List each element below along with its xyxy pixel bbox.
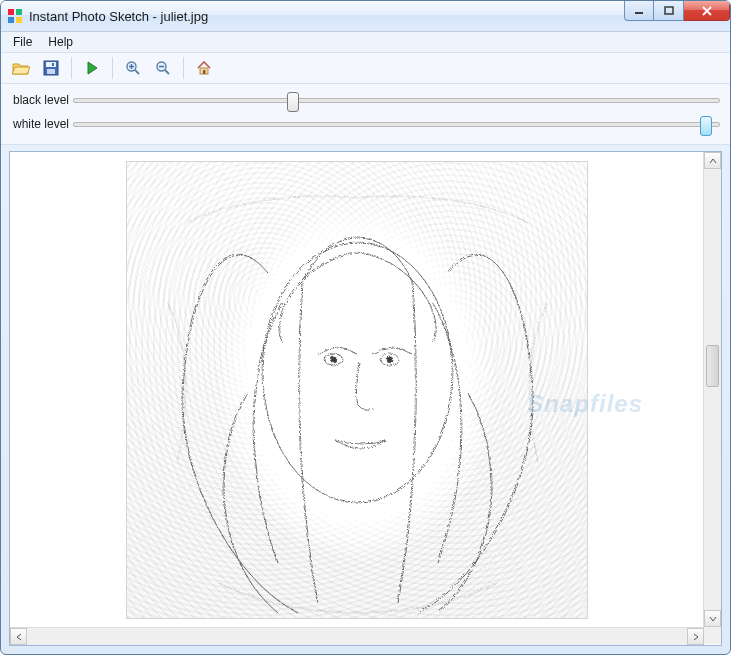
black-level-row: black level: [11, 88, 720, 112]
chevron-right-icon: [692, 633, 700, 641]
white-level-row: white level: [11, 112, 720, 136]
svg-rect-0: [8, 9, 14, 15]
vertical-scrollbar[interactable]: [703, 152, 721, 627]
app-window: Instant Photo Sketch - juliet.jpg File H…: [0, 0, 731, 655]
svg-point-18: [386, 356, 392, 362]
svg-rect-13: [203, 70, 206, 74]
vscroll-track[interactable]: [704, 169, 721, 610]
scroll-left-button[interactable]: [10, 628, 27, 645]
svg-point-17: [330, 356, 336, 362]
black-level-thumb[interactable]: [287, 92, 299, 112]
app-icon: [7, 8, 23, 24]
window-controls: [624, 1, 730, 21]
svg-rect-5: [665, 7, 673, 14]
svg-rect-1: [16, 9, 22, 15]
white-level-slider[interactable]: [73, 114, 720, 134]
scroll-down-button[interactable]: [704, 610, 721, 627]
hscroll-track[interactable]: [27, 628, 687, 645]
menu-file[interactable]: File: [5, 33, 40, 51]
horizontal-scrollbar[interactable]: [10, 627, 704, 645]
menubar: File Help: [1, 32, 730, 53]
white-level-label: white level: [11, 117, 73, 131]
svg-rect-3: [16, 17, 22, 23]
minimize-button[interactable]: [624, 1, 654, 21]
maximize-icon: [664, 6, 674, 16]
close-button[interactable]: [684, 1, 730, 21]
scroll-right-button[interactable]: [687, 628, 704, 645]
home-button[interactable]: [190, 55, 218, 81]
sketch-image: [126, 161, 588, 619]
titlebar: Instant Photo Sketch - juliet.jpg: [1, 1, 730, 32]
vscroll-thumb[interactable]: [706, 345, 719, 387]
toolbar-separator: [112, 57, 113, 79]
zoom-in-button[interactable]: [119, 55, 147, 81]
svg-rect-2: [8, 17, 14, 23]
window-title: Instant Photo Sketch - juliet.jpg: [29, 9, 208, 24]
home-icon: [196, 60, 212, 76]
minimize-icon: [634, 6, 644, 16]
black-level-slider[interactable]: [73, 90, 720, 110]
run-button[interactable]: [78, 55, 106, 81]
svg-rect-9: [52, 63, 54, 66]
scroll-up-button[interactable]: [704, 152, 721, 169]
scroll-corner: [704, 627, 721, 644]
toolbar-separator: [71, 57, 72, 79]
save-icon: [43, 60, 59, 76]
open-button[interactable]: [7, 55, 35, 81]
sliders-panel: black level white level: [1, 84, 730, 145]
zoom-out-button[interactable]: [149, 55, 177, 81]
svg-rect-8: [47, 69, 55, 74]
zoom-out-icon: [155, 60, 171, 76]
play-icon: [85, 61, 99, 75]
toolbar: [1, 53, 730, 84]
zoom-in-icon: [125, 60, 141, 76]
svg-rect-7: [46, 62, 56, 67]
canvas-area: Snapfiles: [9, 151, 722, 646]
svg-rect-4: [635, 12, 643, 14]
open-icon: [12, 60, 30, 76]
close-icon: [701, 6, 713, 16]
save-button[interactable]: [37, 55, 65, 81]
maximize-button[interactable]: [654, 1, 684, 21]
black-level-label: black level: [11, 93, 73, 107]
chevron-up-icon: [709, 157, 717, 165]
chevron-down-icon: [709, 615, 717, 623]
image-viewport[interactable]: Snapfiles: [10, 152, 703, 627]
toolbar-separator: [183, 57, 184, 79]
menu-help[interactable]: Help: [40, 33, 81, 51]
white-level-thumb[interactable]: [700, 116, 712, 136]
chevron-left-icon: [15, 633, 23, 641]
